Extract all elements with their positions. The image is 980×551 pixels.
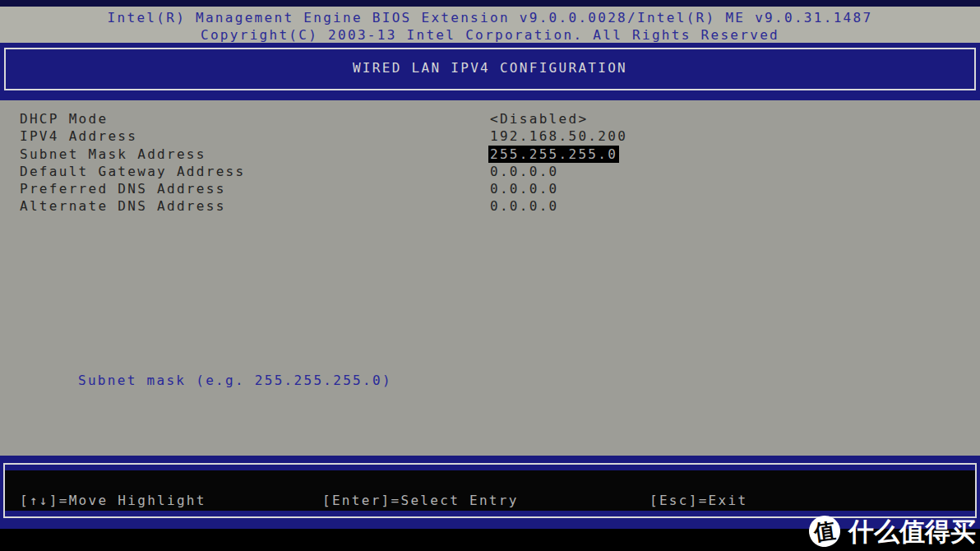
menu-item-value: 0.0.0.0 [490, 180, 559, 197]
menu-item-value: 192.168.50.200 [490, 127, 627, 145]
bios-screen: Intel(R) Management Engine BIOS Extensio… [0, 0, 980, 551]
smzdm-logo-icon: 值 [807, 514, 843, 549]
hint-exit: [Esc]=Exit [649, 493, 747, 508]
menu-item-label: Alternate DNS Address [20, 197, 226, 215]
footer-box: [↑↓]=Move Highlight [Enter]=Select Entry… [3, 463, 977, 518]
menu-item-value: 0.0.0.0 [490, 197, 559, 215]
top-border-strip [0, 0, 980, 7]
menu-item-value: 0.0.0.0 [490, 163, 559, 180]
menu-item-value: <Disabled> [490, 110, 588, 127]
hint-select-entry: [Enter]=Select Entry [322, 493, 519, 508]
menu-item-label: DHCP Mode [20, 110, 108, 127]
help-text: Subnet mask (e.g. 255.255.255.0) [78, 372, 392, 389]
watermark: 值 什么值得买 [809, 515, 976, 548]
header-version-line: Intel(R) Management Engine BIOS Extensio… [0, 9, 980, 26]
menu-item-label: Default Gateway Address [20, 163, 245, 180]
menu-item-default-gateway-address[interactable]: Default Gateway Address 0.0.0.0 [0, 163, 980, 180]
menu-item-dhcp-mode[interactable]: DHCP Mode <Disabled> [0, 110, 980, 127]
menu-item-subnet-mask-address[interactable]: Subnet Mask Address 255.255.255.0 [0, 146, 980, 163]
menu-item-label: IPV4 Address [20, 127, 137, 145]
menu-item-ipv4-address[interactable]: IPV4 Address 192.168.50.200 [0, 127, 980, 145]
page-title: WIRED LAN IPV4 CONFIGURATION [353, 60, 627, 76]
title-box: WIRED LAN IPV4 CONFIGURATION [4, 48, 976, 90]
watermark-text: 什么值得买 [848, 516, 976, 547]
main-area: DHCP Mode <Disabled> IPV4 Address 192.16… [0, 100, 980, 456]
header-copyright-line: Copyright(C) 2003-13 Intel Corporation. … [0, 26, 980, 44]
menu-item-label: Preferred DNS Address [20, 180, 226, 197]
menu-item-value-highlighted[interactable]: 255.255.255.0 [488, 146, 619, 163]
menu-item-alternate-dns-address[interactable]: Alternate DNS Address 0.0.0.0 [0, 197, 980, 215]
hint-move-highlight: [↑↓]=Move Highlight [20, 493, 206, 508]
title-bar: WIRED LAN IPV4 CONFIGURATION [0, 43, 980, 100]
menu-item-preferred-dns-address[interactable]: Preferred DNS Address 0.0.0.0 [0, 180, 980, 197]
header-bar: Intel(R) Management Engine BIOS Extensio… [0, 7, 980, 43]
footer-key-hints: [↑↓]=Move Highlight [Enter]=Select Entry… [5, 470, 975, 511]
menu-item-label: Subnet Mask Address [20, 146, 206, 163]
settings-menu: DHCP Mode <Disabled> IPV4 Address 192.16… [0, 110, 980, 215]
